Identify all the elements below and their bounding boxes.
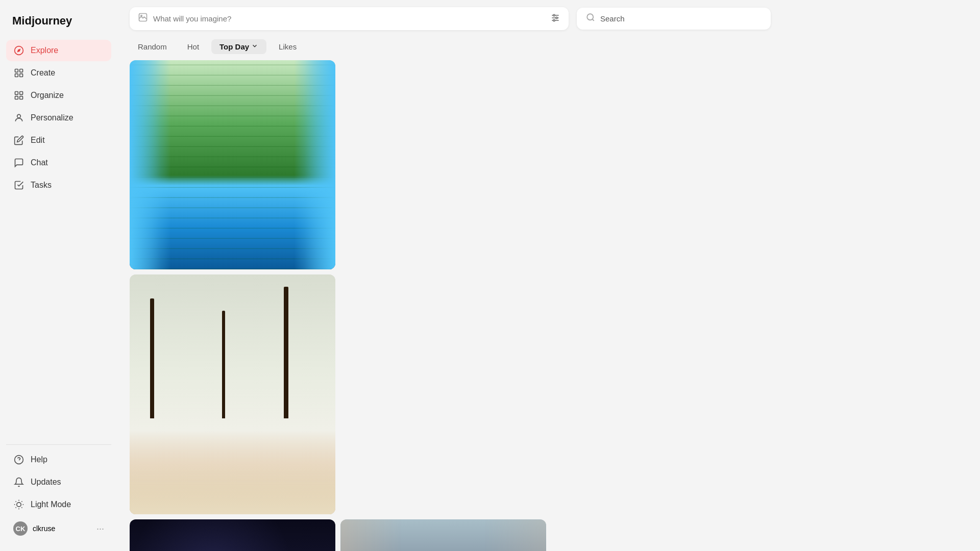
gallery-item-train[interactable] — [130, 60, 335, 269]
tab-random[interactable]: Random — [130, 39, 175, 54]
svg-rect-7 — [20, 92, 23, 95]
sidebar-label-create: Create — [31, 68, 55, 78]
svg-marker-1 — [17, 48, 20, 52]
filter-tabs: Random Hot Top Day Likes — [117, 37, 980, 60]
sidebar-label-help: Help — [31, 455, 47, 464]
username: clkruse — [33, 524, 91, 533]
more-options-icon[interactable]: ··· — [96, 523, 104, 534]
svg-point-23 — [141, 15, 142, 16]
svg-point-28 — [556, 17, 557, 18]
sidebar-item-help[interactable]: Help — [6, 449, 111, 470]
sidebar-label-tasks: Tasks — [31, 181, 52, 190]
sidebar-item-create[interactable]: Create — [6, 62, 111, 84]
gallery-grid — [130, 60, 968, 551]
svg-rect-4 — [15, 74, 18, 77]
tab-top-day[interactable]: Top Day — [211, 39, 266, 54]
image-search-icon — [138, 12, 148, 25]
svg-rect-8 — [15, 96, 18, 99]
svg-line-20 — [16, 507, 16, 508]
svg-line-31 — [592, 19, 594, 20]
gallery — [117, 60, 980, 551]
app-logo: Midjourney — [6, 10, 111, 40]
grid-icon — [13, 90, 24, 101]
sidebar-nav: Explore Create Organize Personalize — [6, 40, 111, 440]
sparkle-icon — [13, 67, 24, 79]
avatar: CK — [13, 521, 28, 536]
svg-line-21 — [21, 502, 22, 502]
sidebar-item-explore[interactable]: Explore — [6, 40, 111, 61]
sidebar-item-tasks[interactable]: Tasks — [6, 174, 111, 196]
main-content: Search Random Hot Top Day Likes — [117, 0, 980, 551]
prompt-search-bar[interactable] — [130, 7, 569, 30]
svg-point-30 — [587, 14, 593, 20]
sidebar-label-explore: Explore — [31, 46, 58, 55]
search-label: Search — [600, 14, 625, 23]
sidebar-item-light-mode[interactable]: Light Mode — [6, 494, 111, 515]
tab-likes[interactable]: Likes — [271, 39, 305, 54]
tab-hot[interactable]: Hot — [179, 39, 207, 54]
filter-sliders-icon[interactable] — [550, 13, 560, 25]
gallery-item-winter[interactable] — [130, 274, 335, 514]
gallery-item-blur[interactable] — [340, 519, 546, 551]
sidebar-label-personalize: Personalize — [31, 113, 74, 122]
sidebar-label-organize: Organize — [31, 91, 64, 100]
user-circle-icon — [13, 112, 24, 123]
svg-point-27 — [553, 14, 555, 16]
svg-rect-3 — [20, 69, 23, 72]
svg-rect-9 — [20, 96, 23, 99]
bell-icon — [13, 477, 24, 488]
svg-point-13 — [17, 503, 21, 507]
help-circle-icon — [13, 454, 24, 465]
svg-point-10 — [17, 114, 21, 118]
sidebar-user[interactable]: CK clkruse ··· — [6, 516, 111, 541]
search-icon — [586, 13, 595, 24]
sidebar-label-updates: Updates — [31, 478, 61, 487]
sidebar-bottom: Help Updates Light Mode CK clkruse ··· — [6, 444, 111, 541]
svg-line-17 — [21, 507, 22, 508]
sidebar-label-light-mode: Light Mode — [31, 500, 71, 509]
sidebar-item-edit[interactable]: Edit — [6, 130, 111, 151]
svg-rect-5 — [20, 74, 23, 77]
sidebar: Midjourney Explore Create Organize — [0, 0, 117, 551]
pencil-icon — [13, 135, 24, 146]
compass-icon — [13, 45, 24, 56]
sidebar-item-updates[interactable]: Updates — [6, 471, 111, 493]
chat-icon — [13, 157, 24, 168]
svg-point-29 — [553, 19, 555, 21]
sidebar-item-chat[interactable]: Chat — [6, 152, 111, 173]
svg-rect-2 — [15, 69, 18, 72]
topbar: Search — [117, 0, 980, 37]
tasks-icon — [13, 180, 24, 191]
sidebar-label-edit: Edit — [31, 136, 45, 145]
sun-icon — [13, 499, 24, 510]
prompt-input[interactable] — [153, 14, 545, 23]
sidebar-label-chat: Chat — [31, 158, 48, 167]
chevron-down-icon — [251, 42, 258, 51]
global-search[interactable]: Search — [577, 8, 771, 30]
sidebar-item-organize[interactable]: Organize — [6, 85, 111, 106]
gallery-item-astro[interactable] — [130, 519, 335, 551]
sidebar-item-personalize[interactable]: Personalize — [6, 107, 111, 129]
svg-line-16 — [16, 502, 16, 502]
svg-rect-6 — [15, 92, 18, 95]
